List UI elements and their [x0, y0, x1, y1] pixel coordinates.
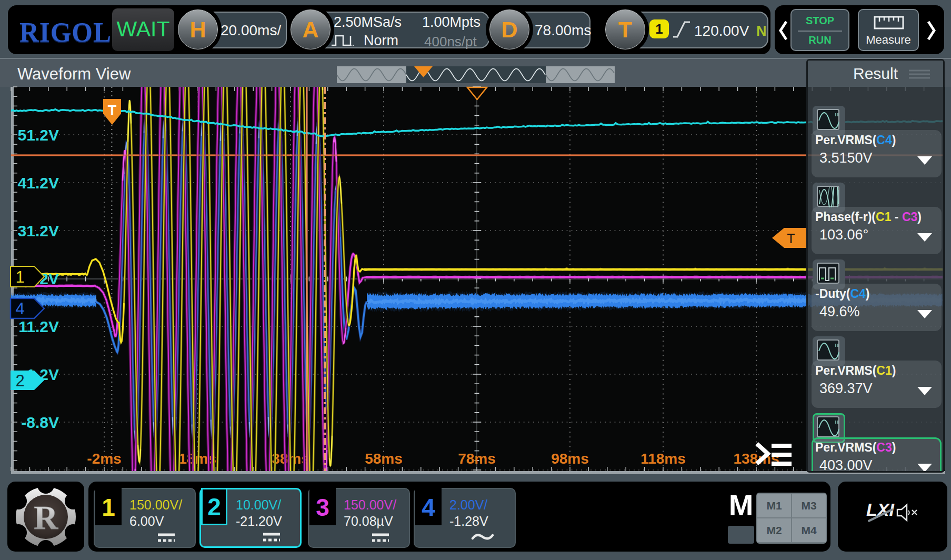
svg-text:R: R — [34, 499, 58, 536]
svg-text:-2ms: -2ms — [87, 451, 121, 467]
svg-text:41.2V: 41.2V — [18, 174, 59, 192]
svg-text:2: 2 — [15, 372, 24, 390]
svg-text:118ms: 118ms — [640, 451, 686, 467]
svg-text:58ms: 58ms — [365, 451, 403, 467]
svg-text:T: T — [787, 231, 795, 246]
svg-text:1: 1 — [15, 268, 24, 286]
svg-text:-8.8V: -8.8V — [21, 414, 59, 431]
svg-text:11.2V: 11.2V — [18, 318, 59, 335]
svg-text:78ms: 78ms — [458, 451, 496, 467]
svg-text:T: T — [108, 103, 117, 118]
svg-text:98ms: 98ms — [551, 451, 589, 467]
svg-text:31.2V: 31.2V — [18, 222, 59, 239]
svg-text:51.2V: 51.2V — [18, 126, 59, 144]
svg-text:4: 4 — [15, 299, 24, 318]
